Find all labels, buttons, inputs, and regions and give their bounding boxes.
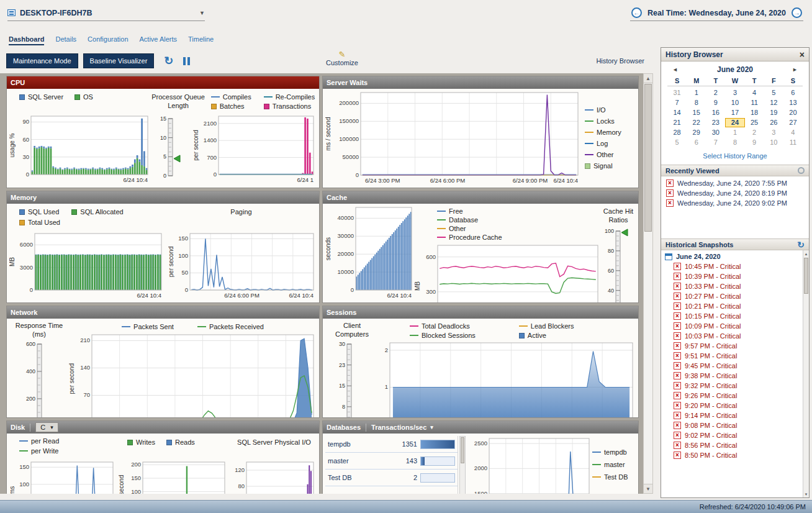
calendar-day[interactable]: 15	[687, 108, 706, 117]
snapshot-item[interactable]: ×10:33 PM - Critical	[661, 281, 809, 291]
tab-active-alerts[interactable]: Active Alerts	[140, 35, 178, 45]
calendar-day[interactable]: 4	[745, 88, 764, 98]
snapshot-item[interactable]: ×9:26 PM - Critical	[661, 391, 809, 401]
calendar-day[interactable]: 26	[764, 118, 783, 127]
calendar-day[interactable]: 1	[687, 88, 706, 98]
calendar-day[interactable]: 4	[783, 128, 803, 137]
calendar-day[interactable]: 6	[783, 88, 803, 98]
calendar-day[interactable]: 10	[725, 98, 744, 107]
calendar-prev-icon[interactable]: ◄	[672, 66, 678, 73]
panel-memory-header[interactable]: Memory	[7, 191, 319, 204]
scroll-up-icon[interactable]: ▲	[803, 250, 809, 257]
snapshot-item[interactable]: ×10:39 PM - Critical	[661, 271, 809, 281]
remove-icon[interactable]: ×	[674, 392, 681, 399]
calendar-day[interactable]: 7	[667, 98, 687, 107]
scrollbar-thumb[interactable]	[804, 258, 808, 294]
scrollbar-thumb[interactable]	[461, 437, 464, 463]
snapshot-item[interactable]: ×9:57 PM - Critical	[661, 341, 809, 351]
remove-icon[interactable]: ×	[674, 322, 681, 330]
cache-mb-chart[interactable]: 0300600MB6/24 10:4	[415, 243, 601, 303]
remove-icon[interactable]: ×	[674, 312, 681, 320]
calendar-day[interactable]: 6	[687, 138, 706, 147]
snapshot-date-group[interactable]: June 24, 2020	[661, 252, 809, 261]
refresh-icon[interactable]: ↻	[164, 55, 173, 66]
database-row[interactable]: Test DB2	[325, 470, 458, 486]
scroll-down-icon[interactable]: ▼	[803, 491, 809, 497]
calendar-day[interactable]: 20	[783, 108, 803, 117]
remove-icon[interactable]: ×	[674, 452, 681, 459]
snapshot-item[interactable]: ×9:38 PM - Critical	[661, 371, 809, 381]
recently-viewed-item[interactable]: ×Wednesday, June 24, 2020 8:19 PM	[661, 188, 809, 198]
remove-icon[interactable]: ×	[674, 432, 681, 439]
database-row[interactable]: tempdb1351	[325, 436, 458, 453]
database-name[interactable]: master	[328, 457, 393, 465]
snapshot-item[interactable]: ×8:56 PM - Critical	[661, 440, 809, 450]
calendar-day[interactable]: 9	[745, 138, 764, 147]
calendar-day[interactable]: 23	[706, 118, 725, 127]
calendar-day[interactable]: 10	[764, 138, 783, 147]
remove-icon[interactable]: ×	[674, 293, 681, 300]
cpu-compiles-chart[interactable]: 070014002100per second6/24 1	[193, 114, 317, 184]
calendar-day[interactable]: 8	[725, 138, 744, 147]
calendar-day[interactable]: 5	[764, 88, 783, 98]
remove-icon[interactable]: ×	[674, 332, 681, 340]
tab-dashboard[interactable]: Dashboard	[9, 35, 44, 45]
remove-icon[interactable]: ×	[674, 412, 681, 419]
tab-details[interactable]: Details	[55, 35, 76, 45]
snapshot-item[interactable]: ×10:09 PM - Critical	[661, 321, 809, 331]
calendar-day[interactable]: 14	[667, 108, 687, 117]
history-back-icon[interactable]: ←	[631, 7, 642, 18]
calendar-day[interactable]: 5	[667, 138, 687, 147]
remove-icon[interactable]: ×	[666, 189, 674, 197]
recently-viewed-item[interactable]: ×Wednesday, June 24, 2020 7:55 PM	[661, 178, 809, 188]
calendar-day[interactable]: 1	[725, 128, 744, 137]
calendar-day[interactable]: 22	[687, 118, 706, 127]
calendar-day[interactable]: 11	[783, 138, 803, 147]
snapshot-item[interactable]: ×10:21 PM - Critical	[661, 301, 809, 311]
database-name[interactable]: tempdb	[328, 440, 393, 448]
remove-icon[interactable]: ×	[674, 362, 681, 370]
remove-icon[interactable]: ×	[674, 422, 681, 429]
calendar-day[interactable]: 3	[764, 128, 783, 137]
remove-icon[interactable]: ×	[674, 283, 681, 290]
calendar-day[interactable]: 11	[745, 98, 764, 107]
database-name[interactable]: Test DB	[328, 474, 393, 481]
server-waits-chart[interactable]: 050000100000150000200000ms / second6/24 …	[325, 90, 581, 184]
chevron-down-icon[interactable]: ▼	[199, 10, 205, 16]
calendar-day[interactable]: 19	[764, 108, 783, 117]
server-selector[interactable]: DESKTOP-IF6DH7B ▼	[7, 5, 205, 21]
clear-icon[interactable]	[798, 167, 805, 174]
remove-icon[interactable]: ×	[674, 382, 681, 389]
calendar-day[interactable]: 8	[687, 98, 706, 107]
snapshot-item[interactable]: ×10:45 PM - Critical	[661, 261, 809, 271]
database-row[interactable]: master143	[325, 453, 458, 470]
paging-chart[interactable]: 050100150per second6/24 6:00 PM6/24 10:4	[168, 231, 317, 299]
memory-chart[interactable]: 030006000MB6/24 10:4	[9, 231, 165, 299]
snapshot-item[interactable]: ×9:08 PM - Critical	[661, 420, 809, 430]
calendar-day[interactable]: 18	[745, 108, 764, 117]
calendar-day[interactable]: 9	[706, 98, 725, 107]
snapshot-item[interactable]: ×9:51 PM - Critical	[661, 351, 809, 361]
calendar-day[interactable]: 13	[783, 98, 803, 107]
network-chart[interactable]: 070140210per second6/24 3:00 PM6/24 6:00…	[69, 332, 317, 418]
calendar-day[interactable]: 28	[667, 128, 687, 137]
calendar-day[interactable]: 2	[706, 88, 725, 98]
calendar-day[interactable]: 12	[764, 98, 783, 107]
dashboard-scrollbar[interactable]: ▲ ▼	[643, 73, 653, 494]
panel-network-header[interactable]: Network	[7, 306, 319, 319]
snapshot-item[interactable]: ×8:50 PM - Critical	[661, 450, 809, 460]
snapshot-item[interactable]: ×10:03 PM - Critical	[661, 331, 809, 341]
select-history-range-link[interactable]: Select History Range	[661, 147, 809, 165]
scrollbar-thumb[interactable]	[644, 84, 652, 232]
calendar-day[interactable]: 25	[745, 118, 764, 127]
panel-server-waits-header[interactable]: Server Waits	[323, 76, 638, 89]
database-table-scrollbar[interactable]	[459, 436, 466, 494]
snapshot-item[interactable]: ×9:32 PM - Critical	[661, 381, 809, 391]
tab-timeline[interactable]: Timeline	[188, 35, 214, 45]
cache-seconds-chart[interactable]: 010000200003000040000seconds6/24 10:4	[325, 205, 415, 299]
disk-physical-io-chart[interactable]: 80120	[230, 460, 317, 494]
remove-icon[interactable]: ×	[674, 342, 681, 350]
calendar-day[interactable]: 30	[706, 128, 725, 137]
close-icon[interactable]: ×	[800, 50, 805, 60]
calendar-day[interactable]: 2	[745, 128, 764, 137]
